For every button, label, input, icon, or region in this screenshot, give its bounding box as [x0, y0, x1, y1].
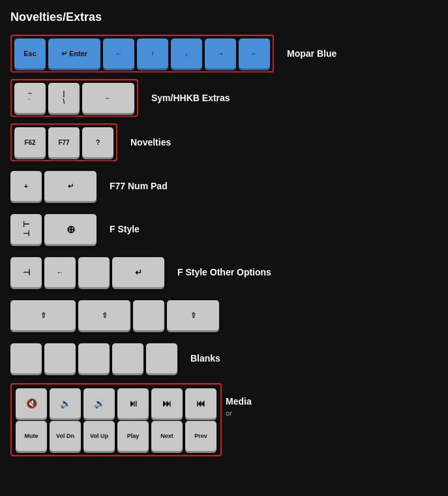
key-play-icon: ⏯ [117, 388, 149, 418]
key-shift2: ⇧ [78, 300, 130, 330]
blank-key-4 [112, 343, 143, 373]
key-play-text: Play [117, 421, 149, 451]
sym-hhkb-group: ~` |\ ← [10, 79, 138, 117]
key-next-icon: ⏭ [151, 388, 183, 418]
key-enter: ↵ Enter [48, 39, 100, 69]
f-style-other-group: ⊣ ← ↵ [10, 257, 164, 287]
key-f62: F62 [14, 127, 46, 157]
row-novelties: F62 F77 ? Novelties [10, 123, 438, 161]
key-question: ? [82, 127, 113, 157]
key-enter2: ↵ [44, 171, 97, 201]
row-media: 🔇 🔈 🔊 ⏯ ⏭ ⏮ Mute Vol Dn Vol Up Play Next… [10, 383, 438, 456]
shift-group: ⇧ ⇧ ⇧ [10, 300, 219, 330]
media-icons-row: 🔇 🔈 🔊 ⏯ ⏭ ⏮ [16, 388, 217, 418]
key-pipe: |\ [48, 83, 80, 113]
label-f-style: F Style [110, 224, 140, 234]
key-esc: Esc [14, 39, 46, 69]
key-backspace: ← [82, 83, 134, 113]
label-f77-num-pad: F77 Num Pad [110, 181, 168, 191]
key-vol-up-text: Vol Up [83, 421, 115, 451]
key-left2: ← [239, 39, 270, 69]
key-f77: F77 [48, 127, 80, 157]
media-text-row: Mute Vol Dn Vol Up Play Next Prev [16, 421, 217, 451]
key-next-text: Next [151, 421, 183, 451]
key-vol-up-icon: 🔊 [83, 388, 115, 418]
row-f77-num-pad: + ↵ F77 Num Pad [10, 168, 438, 204]
key-tilde: ~` [14, 83, 46, 113]
blank-key-3 [78, 343, 110, 373]
f-style-group: ⊢⊣ ⊕ [10, 214, 97, 244]
row-f-style: ⊢⊣ ⊕ F Style [10, 211, 438, 247]
f77-num-pad-group: + ↵ [10, 171, 97, 201]
row-f-style-other: ⊣ ← ↵ F Style Other Options [10, 254, 438, 290]
key-mute-text: Mute [16, 421, 47, 451]
label-mopar-blue: Mopar Blue [287, 48, 336, 59]
label-blanks: Blanks [190, 353, 220, 364]
key-spacer [78, 257, 110, 287]
row-blanks: Blanks [10, 340, 438, 377]
key-end-arrow: ⊣ [10, 257, 42, 287]
label-sym-hhkb: Sym/HHKB Extras [151, 93, 230, 103]
label-novelties: Novelties [130, 137, 171, 147]
row-sym-hhkb: ~` |\ ← Sym/HHKB Extras [10, 79, 438, 117]
row-shift: ⇧ ⇧ ⇧ [10, 297, 438, 333]
label-f-style-other: F Style Other Options [177, 267, 271, 277]
page-title: Novelties/Extras [10, 10, 438, 24]
blank-key-5 [146, 343, 177, 373]
key-left3: ← [44, 257, 76, 287]
key-prev-text: Prev [185, 421, 217, 451]
key-arrows-lr: ⊢⊣ [10, 214, 42, 244]
key-vol-dn-icon: 🔈 [50, 388, 81, 418]
key-left1: ← [103, 39, 134, 69]
mopar-blue-group: Esc ↵ Enter ← ↑ ↓ → ← [10, 35, 274, 72]
media-section: 🔇 🔈 🔊 ⏯ ⏭ ⏮ Mute Vol Dn Vol Up Play Next… [10, 383, 222, 456]
key-mute-icon: 🔇 [16, 388, 47, 418]
key-shift3: ⇧ [167, 300, 219, 330]
blanks-group [10, 343, 177, 373]
key-enter3: ↵ [112, 257, 164, 287]
key-lock: ⊕ [44, 214, 97, 244]
label-media: Media [226, 396, 252, 407]
key-prev-icon: ⏮ [185, 388, 217, 418]
row-mopar-blue: Esc ↵ Enter ← ↑ ↓ → ← Mopar Blue [10, 35, 438, 72]
key-down: ↓ [171, 39, 202, 69]
novelties-group: F62 F77 ? [10, 123, 117, 161]
blank-key-2 [44, 343, 76, 373]
key-blank-shift [133, 300, 164, 330]
key-vol-dn-text: Vol Dn [50, 421, 81, 451]
key-right: → [205, 39, 236, 69]
or-label: or [226, 409, 252, 417]
key-shift1: ⇧ [10, 300, 76, 330]
key-up: ↑ [137, 39, 168, 69]
blank-key-1 [10, 343, 42, 373]
key-plus: + [10, 171, 42, 201]
